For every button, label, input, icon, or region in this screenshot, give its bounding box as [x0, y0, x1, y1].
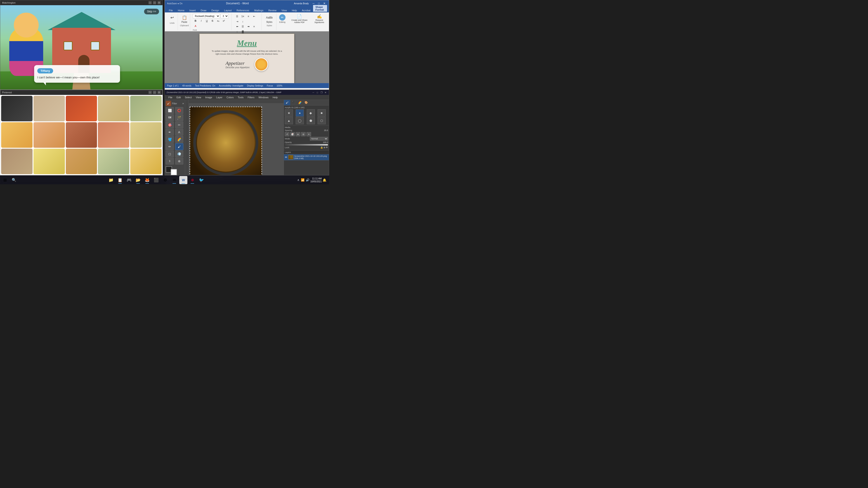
- create-share-button[interactable]: 📄 Create and Share Adobe PDF: [288, 13, 311, 30]
- gimp-paste-tool-button[interactable]: ⊞: [301, 132, 306, 136]
- focus-mode[interactable]: Focus: [267, 85, 273, 87]
- skip-button[interactable]: Skip >>: [144, 8, 159, 14]
- gimp-menu-layer[interactable]: Layer: [215, 96, 224, 99]
- pin-item[interactable]: [66, 96, 97, 121]
- justify-button[interactable]: ≡: [251, 24, 257, 29]
- pin-item[interactable]: [98, 96, 129, 121]
- shading-button[interactable]: ▓: [240, 29, 246, 34]
- tab-view[interactable]: View: [279, 8, 289, 12]
- gimp-brush-item[interactable]: ■: [318, 109, 326, 117]
- pin-item[interactable]: [1, 149, 33, 174]
- display-settings[interactable]: Display Settings: [247, 85, 264, 87]
- pinterest-maximize-button[interactable]: □: [153, 91, 156, 94]
- gimp-tool-airbrush[interactable]: 💨: [175, 151, 183, 157]
- paste-button[interactable]: 📋 Paste: [180, 14, 189, 24]
- taskbar-notification-button[interactable]: 🔔: [322, 178, 327, 182]
- pin-item[interactable]: [130, 96, 162, 121]
- gimp-tool-eraser[interactable]: ◻: [166, 151, 174, 157]
- taskbar-item-explorer[interactable]: 📁: [107, 176, 115, 184]
- gimp-menu-colors[interactable]: Colors: [225, 96, 236, 99]
- font-color-button[interactable]: A: [193, 24, 198, 29]
- tab-design[interactable]: Design: [209, 8, 221, 12]
- gimp-lock-position-button[interactable]: ⊕: [323, 146, 325, 149]
- tab-home[interactable]: Home: [176, 8, 187, 12]
- tab-mailings[interactable]: Mailings: [252, 8, 266, 12]
- superscript-button[interactable]: x²: [221, 18, 226, 23]
- tab-layout[interactable]: Layout: [222, 8, 234, 12]
- gimp-menu-file[interactable]: File: [166, 96, 174, 99]
- gimp-tool-heal[interactable]: ⚕: [166, 158, 174, 164]
- taskbar-item-mail[interactable]: ✉: [170, 176, 178, 184]
- taskbar-item-settings[interactable]: ⚙: [161, 176, 169, 184]
- gimp-brush-item[interactable]: ⬟: [307, 117, 315, 124]
- gimp-tool-clone[interactable]: ⊕: [175, 158, 183, 164]
- request-sig-button[interactable]: ✍ Request Signatures: [311, 13, 327, 30]
- gimp-menu-select[interactable]: Select: [183, 96, 194, 99]
- gimp-tool-select-ellipse[interactable]: ⭕: [175, 107, 183, 114]
- font-family-select[interactable]: Rockwell (Heading): [193, 14, 220, 18]
- pinterest-close-button[interactable]: ✕: [158, 91, 161, 94]
- taskbar-network-icon[interactable]: 📶: [301, 178, 305, 182]
- pin-item[interactable]: [130, 122, 162, 148]
- gimp-tool-color-select[interactable]: 🎯: [166, 122, 174, 128]
- gimp-brush-item[interactable]: ◆: [307, 109, 315, 117]
- gimp-layer-item[interactable]: 👁 Screenshot 2021-10-18 191120.png (598.…: [284, 154, 329, 160]
- gimp-tool-scissors[interactable]: ✂: [175, 122, 183, 128]
- gimp-tool-paths[interactable]: ✒: [166, 129, 174, 135]
- pin-item[interactable]: [66, 122, 97, 148]
- gimp-tool-free-select[interactable]: 🗺: [166, 114, 174, 121]
- bullets-button[interactable]: ☰: [235, 14, 240, 19]
- gimp-panel-tab-brushes[interactable]: 🖌: [284, 100, 290, 105]
- gimp-panel-tab-patterns[interactable]: ⬛: [290, 100, 297, 105]
- align-center-button[interactable]: ☰: [240, 24, 246, 29]
- gimp-tool-fuzzy-select[interactable]: 🪄: [175, 114, 183, 121]
- pinterest-minimize-button[interactable]: ─: [149, 91, 152, 94]
- gimp-brush-item[interactable]: ▲: [285, 117, 293, 124]
- gimp-random-button[interactable]: 🎲: [290, 132, 295, 136]
- gimp-tool-gradient[interactable]: 🌈: [175, 136, 183, 143]
- taskbar-item-store[interactable]: ⬛: [152, 176, 160, 184]
- gimp-close-button[interactable]: ✕: [324, 91, 327, 94]
- taskbar-item-game[interactable]: 🎮: [125, 176, 133, 184]
- gimp-menu-view[interactable]: View: [194, 96, 203, 99]
- strikethrough-button[interactable]: S: [210, 18, 215, 23]
- gimp-maximize-button[interactable]: □: [316, 91, 319, 94]
- taskbar-item-edge[interactable]: 🦊: [143, 176, 151, 184]
- multilevel-button[interactable]: ≡: [246, 14, 251, 19]
- gimp-tool-paintbrush[interactable]: 🖌: [175, 143, 183, 150]
- taskbar-item-clipboard[interactable]: 📋: [116, 176, 124, 184]
- pin-item[interactable]: [1, 96, 33, 121]
- pin-item[interactable]: [130, 149, 162, 174]
- tab-shape-format[interactable]: Shape Format: [313, 5, 327, 12]
- taskbar-item-folder[interactable]: 📂: [134, 176, 142, 184]
- gimp-copy-button[interactable]: ⊕: [296, 132, 300, 136]
- pin-item[interactable]: [33, 122, 65, 148]
- maximize-button[interactable]: □: [153, 1, 156, 4]
- align-right-button[interactable]: ➡: [246, 24, 251, 29]
- align-left-button[interactable]: ⬅: [235, 24, 240, 29]
- taskbar-item-pinterest[interactable]: ⊕: [188, 176, 196, 184]
- underline-button[interactable]: U: [204, 18, 210, 23]
- tab-acrobat[interactable]: Acrobat: [300, 8, 313, 12]
- pin-item[interactable]: [98, 122, 129, 148]
- spacing-button[interactable]: ↕: [235, 29, 240, 34]
- editing-button[interactable]: ✏ Editing: [277, 13, 287, 30]
- gimp-background-color[interactable]: [170, 169, 177, 175]
- tab-references[interactable]: References: [235, 8, 252, 12]
- gimp-menu-windows[interactable]: Windows: [256, 96, 270, 99]
- bold-button[interactable]: B: [193, 18, 198, 23]
- font-size-select[interactable]: 36: [221, 14, 228, 18]
- tab-review[interactable]: Review: [266, 8, 279, 12]
- tab-insert[interactable]: Insert: [187, 8, 198, 12]
- gimp-mode-select[interactable]: Normal: [310, 137, 328, 140]
- indent-decrease-button[interactable]: ⇤: [251, 14, 257, 19]
- indent-increase-button[interactable]: ⇥: [235, 19, 240, 24]
- gimp-handle-tl[interactable]: [190, 107, 191, 107]
- close-button[interactable]: ✕: [158, 1, 161, 4]
- gimp-brush-item[interactable]: ★: [285, 109, 293, 117]
- gimp-delete-button[interactable]: ✕: [307, 132, 311, 136]
- gimp-menu-filters[interactable]: Filters: [246, 96, 256, 99]
- taskbar-start-button[interactable]: ⊞: [0, 175, 10, 185]
- gimp-panel-tab-gradients[interactable]: 🌈: [297, 100, 303, 105]
- gimp-lock-alpha-button[interactable]: 🔒: [320, 146, 323, 149]
